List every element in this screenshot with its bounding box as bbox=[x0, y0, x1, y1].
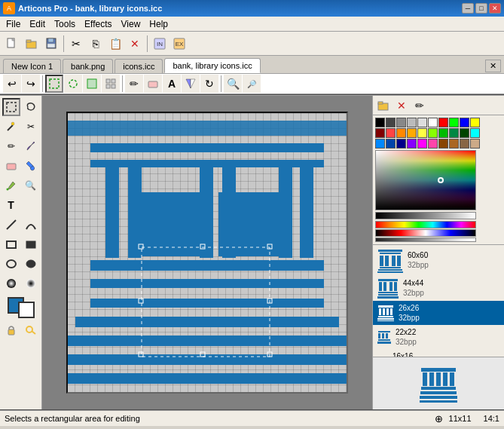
swatch-light-yellow[interactable] bbox=[417, 128, 427, 138]
menu-help[interactable]: Help bbox=[145, 17, 173, 31]
select-col-btn[interactable] bbox=[83, 75, 101, 93]
spectrum-strip-2[interactable] bbox=[375, 229, 476, 237]
spectrum-strip-1[interactable] bbox=[375, 221, 476, 228]
size-item-22[interactable]: 22x22 32bpp bbox=[373, 325, 504, 349]
background-color[interactable] bbox=[18, 302, 35, 318]
swatch-pink[interactable] bbox=[428, 139, 438, 149]
menu-file[interactable]: File bbox=[2, 17, 25, 31]
text-tool[interactable]: T bbox=[2, 196, 20, 214]
magic-wand-tool[interactable] bbox=[2, 118, 20, 136]
swatch-yellow-green[interactable] bbox=[428, 128, 438, 138]
swatch-amber[interactable] bbox=[407, 128, 417, 138]
zoom-tool[interactable]: 🔍 bbox=[22, 176, 40, 195]
select-circle-btn[interactable] bbox=[64, 75, 82, 93]
import-button[interactable]: IN bbox=[151, 35, 169, 53]
menu-view[interactable]: View bbox=[117, 17, 145, 31]
edit-icon-btn[interactable]: ✏ bbox=[412, 98, 427, 113]
copy-button[interactable]: ⎘ bbox=[87, 35, 105, 53]
zoom-out-btn[interactable]: 🔎 bbox=[243, 75, 261, 93]
brush-tool[interactable] bbox=[22, 137, 40, 155]
swatch-dark-green[interactable] bbox=[460, 128, 469, 138]
open-icon-btn[interactable] bbox=[376, 98, 391, 113]
swatch-gray2[interactable] bbox=[407, 118, 417, 127]
swatch-white[interactable] bbox=[428, 118, 438, 127]
swatch-forest[interactable] bbox=[449, 128, 459, 138]
lighten-tool[interactable] bbox=[22, 274, 40, 293]
pencil-btn[interactable]: ✏ bbox=[125, 75, 143, 93]
menu-edit[interactable]: Edit bbox=[25, 17, 50, 31]
paste-button[interactable]: 📋 bbox=[106, 35, 124, 53]
select-tool[interactable] bbox=[2, 98, 20, 116]
filled-rect-tool[interactable] bbox=[22, 235, 40, 253]
swatch-light-red[interactable] bbox=[386, 128, 396, 138]
select-all-btn[interactable] bbox=[102, 75, 120, 93]
extra-tool-1[interactable] bbox=[2, 321, 20, 339]
swatch-black[interactable] bbox=[375, 118, 385, 127]
delete-icon-btn[interactable]: ✕ bbox=[394, 98, 409, 113]
grayscale-bar[interactable] bbox=[375, 212, 476, 219]
swatch-med-blue[interactable] bbox=[386, 139, 396, 149]
swatch-magenta[interactable] bbox=[417, 139, 427, 149]
filled-ellipse-tool[interactable] bbox=[22, 255, 40, 273]
swatch-dark-red[interactable] bbox=[375, 128, 385, 138]
zoom-in-btn[interactable]: 🔍 bbox=[224, 75, 242, 93]
pixel-canvas[interactable] bbox=[68, 113, 347, 392]
swatch-blue[interactable] bbox=[460, 118, 469, 127]
save-button[interactable] bbox=[42, 35, 60, 53]
line-tool[interactable] bbox=[2, 216, 20, 234]
swatch-brown[interactable] bbox=[438, 139, 448, 149]
color-gradient[interactable] bbox=[375, 150, 476, 210]
export-button[interactable]: EX bbox=[170, 35, 188, 53]
menu-tools[interactable]: Tools bbox=[50, 17, 80, 31]
delete-button[interactable]: ✕ bbox=[126, 35, 144, 53]
swatch-tan[interactable] bbox=[449, 139, 459, 149]
text-btn[interactable]: A bbox=[163, 75, 181, 93]
close-tab-button[interactable]: ✕ bbox=[485, 60, 501, 72]
rotate-btn[interactable]: ↻ bbox=[200, 75, 218, 93]
swatch-sky[interactable] bbox=[375, 139, 385, 149]
size-item-60[interactable]: 60x60 32bpp bbox=[373, 245, 504, 275]
size-item-16[interactable]: 16x16 32bpp bbox=[373, 349, 504, 357]
ellipse-tool[interactable] bbox=[2, 255, 20, 273]
new-button[interactable] bbox=[3, 35, 21, 53]
close-button[interactable]: ✕ bbox=[489, 3, 501, 14]
redo-button[interactable]: ↪ bbox=[22, 75, 40, 93]
maximize-button[interactable]: □ bbox=[475, 3, 487, 14]
swatch-sand[interactable] bbox=[470, 139, 480, 149]
open-button[interactable] bbox=[23, 35, 41, 53]
eyedrop-tool[interactable] bbox=[2, 176, 20, 195]
crop-tool[interactable]: ✂ bbox=[22, 118, 40, 136]
canvas-area[interactable] bbox=[42, 96, 372, 409]
swatch-dark1[interactable] bbox=[386, 118, 396, 127]
select-rect-btn[interactable] bbox=[45, 75, 63, 93]
swatch-med-green[interactable] bbox=[438, 128, 448, 138]
tab-bank-library[interactable]: bank, library icons.icc bbox=[164, 58, 260, 73]
swatch-beige[interactable] bbox=[460, 139, 469, 149]
swatch-gray3[interactable] bbox=[417, 118, 427, 127]
size-item-44[interactable]: 44x44 32bpp bbox=[373, 275, 504, 301]
swatch-cyan[interactable] bbox=[470, 128, 480, 138]
swatch-dark-blue[interactable] bbox=[396, 139, 406, 149]
swatch-red[interactable] bbox=[438, 118, 448, 127]
swatch-violet[interactable] bbox=[407, 139, 417, 149]
minimize-button[interactable]: ─ bbox=[462, 3, 474, 14]
swatch-orange[interactable] bbox=[396, 128, 406, 138]
swatch-gray1[interactable] bbox=[396, 118, 406, 127]
eraser-tool[interactable] bbox=[2, 157, 20, 175]
cut-button[interactable]: ✂ bbox=[67, 35, 85, 53]
tab-icons-icc[interactable]: icons.icc bbox=[115, 59, 163, 73]
swatch-green[interactable] bbox=[449, 118, 459, 127]
rect-tool[interactable] bbox=[2, 235, 20, 253]
size-item-26[interactable]: 26x26 32bpp bbox=[373, 301, 504, 325]
tab-bank-png[interactable]: bank.png bbox=[63, 59, 113, 73]
extra-tool-2[interactable] bbox=[22, 321, 40, 339]
swatch-yellow[interactable] bbox=[470, 118, 480, 127]
pencil-tool[interactable]: ✏ bbox=[2, 137, 20, 155]
undo-button[interactable]: ↩ bbox=[3, 75, 21, 93]
tab-new-icon[interactable]: New Icon 1 bbox=[3, 59, 61, 73]
menu-effects[interactable]: Effects bbox=[80, 17, 116, 31]
spectrum-strip-3[interactable] bbox=[375, 237, 476, 242]
mirror-btn[interactable] bbox=[182, 75, 200, 93]
curve-tool[interactable] bbox=[22, 216, 40, 234]
lasso-tool[interactable] bbox=[22, 98, 40, 116]
